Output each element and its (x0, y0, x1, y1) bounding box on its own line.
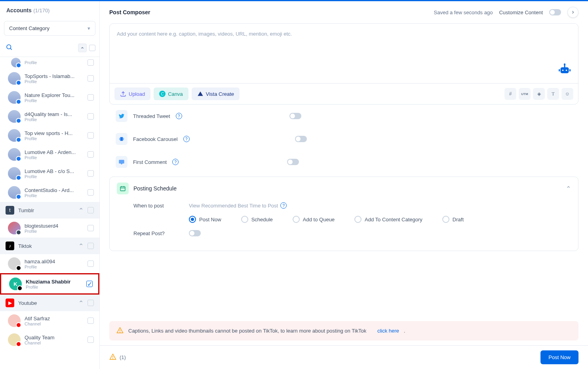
account-type: Profile (25, 264, 84, 269)
account-checkbox[interactable] (88, 113, 94, 120)
account-checkbox[interactable] (88, 318, 94, 324)
account-name: hamza.ali094 (25, 259, 84, 264)
group-tiktok[interactable]: ♪ Tiktok ⌃ (0, 238, 99, 254)
account-checkbox[interactable] (88, 75, 94, 82)
calendar-icon (117, 183, 129, 194)
group-tumblr[interactable]: t Tumblr ⌃ (0, 202, 99, 219)
next-button[interactable] (567, 7, 578, 18)
utm-icon: UTM (521, 92, 528, 96)
account-row[interactable]: ContentStudio - Ard... Profile (0, 183, 99, 202)
canva-button[interactable]: C Canva (154, 87, 188, 100)
group-youtube[interactable]: ▶ Youtube ⌃ (0, 295, 99, 311)
account-checkbox[interactable] (88, 261, 94, 267)
chevron-up-icon[interactable]: ⌃ (78, 207, 84, 214)
account-row[interactable]: K Khuziama Shabbir Profile ✓ (1, 274, 98, 293)
customize-toggle[interactable] (549, 9, 561, 15)
account-type: Profile (25, 174, 84, 179)
svg-point-3 (562, 70, 564, 71)
content-editor[interactable]: Add your content here e.g. caption, imag… (110, 24, 578, 83)
account-row[interactable]: Lumotive AB - Arden... Profile (0, 145, 99, 164)
group-checkbox[interactable] (88, 300, 94, 306)
account-type: Profile (25, 60, 84, 65)
text-format-button[interactable]: T (547, 88, 559, 100)
account-row[interactable]: Top view sports - H... Profile (0, 126, 99, 145)
account-row[interactable]: hamza.ali094 Profile (0, 254, 99, 273)
account-checkbox[interactable] (88, 170, 94, 177)
radio-schedule[interactable]: Schedule (241, 216, 273, 223)
radio-icon (442, 216, 449, 223)
account-row[interactable]: Quality Team Channel (0, 330, 99, 349)
account-row[interactable]: Nature Explorer Tou... Profile (0, 88, 99, 107)
search-button[interactable] (4, 42, 14, 53)
editor-placeholder: Add your content here e.g. caption, imag… (117, 31, 571, 37)
link-icon: ◈ (537, 91, 541, 97)
emoji-button[interactable]: ☺ (561, 88, 573, 100)
chevron-up-icon[interactable]: ⌃ (78, 299, 84, 307)
first-comment-toggle[interactable] (287, 159, 299, 165)
radio-icon (189, 216, 196, 223)
account-name: ContentStudio - Ard... (25, 187, 84, 193)
account-type: Channel (25, 340, 84, 345)
account-checkbox[interactable] (88, 151, 94, 158)
comment-icon (116, 156, 127, 168)
help-icon[interactable]: ? (183, 136, 190, 142)
account-checkbox[interactable] (88, 189, 94, 196)
account-row[interactable]: Atif Sarfraz Channel (0, 311, 99, 330)
customize-label: Customize Content (499, 10, 543, 15)
post-now-button[interactable]: Post Now (540, 350, 578, 364)
chevron-up-icon (80, 46, 84, 50)
twitter-icon (116, 110, 127, 122)
link-button[interactable]: ◈ (533, 88, 545, 100)
upload-button[interactable]: Upload (114, 87, 150, 100)
account-type: Profile (25, 193, 84, 198)
help-icon[interactable]: ? (176, 113, 182, 119)
radio-queue[interactable]: Add to Queue (293, 216, 335, 223)
tumblr-icon: t (6, 206, 14, 215)
best-time-link[interactable]: View Recommended Best Time to Post ? (189, 202, 287, 209)
account-checkbox[interactable] (88, 337, 94, 343)
account-name: Lumotive AB - Arden... (25, 149, 84, 155)
account-checkbox[interactable]: ✓ (86, 281, 93, 287)
repeat-toggle[interactable] (189, 230, 201, 236)
chevron-up-icon[interactable]: ⌃ (566, 185, 571, 192)
click-here-link[interactable]: click here (377, 328, 399, 334)
warning-count: (1) (120, 354, 126, 360)
svg-point-4 (566, 70, 567, 71)
threaded-toggle[interactable] (289, 113, 301, 119)
radio-content-category[interactable]: Add To Content Category (354, 216, 422, 223)
radio-draft[interactable]: Draft (442, 216, 464, 223)
chevron-up-icon[interactable]: ⌃ (78, 242, 84, 250)
account-row[interactable]: Lumotive AB - c/o S... Profile (0, 164, 99, 183)
radio-post-now[interactable]: Post Now (189, 216, 221, 223)
collapse-all-button[interactable] (78, 44, 87, 52)
hashtag-button[interactable]: # (504, 88, 516, 100)
help-icon[interactable]: ? (172, 159, 179, 165)
threaded-tweet-option: Threaded Tweet ? (109, 105, 578, 127)
account-name: Quality Team (25, 335, 84, 340)
utm-button[interactable]: UTM (519, 88, 531, 100)
warning-text: Captions, Links and video thumbnails can… (128, 328, 366, 334)
svg-rect-13 (123, 138, 124, 140)
content-category-select[interactable]: Content Category ▾ (4, 21, 95, 36)
ai-assistant-icon[interactable] (558, 63, 572, 78)
account-checkbox[interactable] (88, 59, 94, 66)
account-checkbox[interactable] (88, 132, 94, 139)
vista-create-button[interactable]: Vista Create (192, 87, 240, 100)
account-row[interactable]: blogtestuserd4 Profile (0, 219, 99, 238)
group-checkbox[interactable] (88, 243, 94, 249)
page-title: Post Composer (109, 9, 150, 15)
svg-point-6 (564, 63, 566, 65)
chevron-right-icon (571, 10, 575, 15)
saved-status: Saved a few seconds ago (434, 10, 493, 15)
account-row[interactable]: TopSports - Islamab... Profile (0, 69, 99, 88)
group-checkbox[interactable] (88, 207, 94, 213)
svg-marker-10 (198, 91, 203, 96)
account-checkbox[interactable] (88, 94, 94, 101)
carousel-toggle[interactable] (295, 136, 307, 142)
account-type: Profile (25, 117, 84, 122)
account-row[interactable]: d4Quality team - Is... Profile (0, 107, 99, 126)
help-icon[interactable]: ? (280, 202, 287, 209)
account-checkbox[interactable] (88, 225, 94, 231)
radio-icon (354, 216, 362, 223)
select-all-checkbox[interactable] (89, 45, 95, 51)
